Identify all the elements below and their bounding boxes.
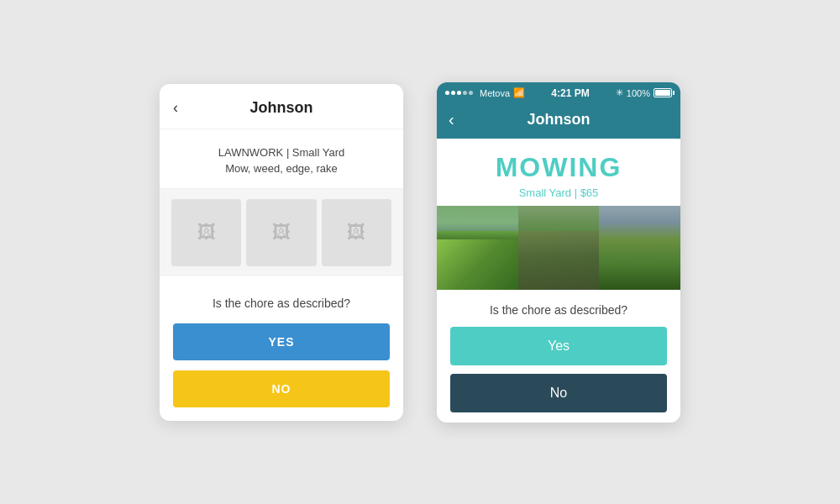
signal-dot-3: [457, 91, 461, 95]
left-photos-row: 🖼 🖼 🖼: [160, 189, 403, 276]
service-description: Mow, weed, edge, rake: [173, 162, 390, 175]
left-back-button[interactable]: ‹: [173, 99, 178, 117]
right-question-text: Is the chore as described?: [490, 303, 627, 317]
signal-dot-4: [463, 91, 467, 95]
left-phone-title: Johnson: [250, 99, 313, 117]
status-bar-left: Metova 📶: [445, 87, 525, 98]
photo-placeholder-2: 🖼: [246, 199, 316, 266]
lawn-photo-1: [437, 206, 518, 290]
lawn-photo-2: [518, 206, 600, 290]
photo-placeholder-3: 🖼: [322, 199, 391, 266]
right-yes-button[interactable]: Yes: [450, 327, 667, 365]
service-name: LAWNWORK | Small Yard: [173, 146, 390, 159]
right-back-button[interactable]: ‹: [449, 110, 454, 129]
battery-bar: [654, 88, 672, 97]
image-icon-1: 🖼: [197, 222, 216, 244]
status-bar-right: ✳ 100%: [616, 87, 672, 98]
carrier-name: Metova: [480, 88, 510, 98]
lawn-photo-3: [599, 206, 680, 290]
right-phone-header: ‹ Johnson: [437, 102, 680, 139]
mowing-subtitle: Small Yard | $65: [450, 186, 667, 199]
left-no-button[interactable]: NO: [173, 370, 390, 407]
left-yes-button[interactable]: YES: [173, 323, 390, 360]
signal-dots: [445, 91, 473, 95]
right-question-section: Is the chore as described? Yes No: [437, 290, 680, 423]
bluetooth-icon: ✳: [616, 87, 623, 98]
right-phone: Metova 📶 4:21 PM ✳ 100% ‹ Johnson MOWING…: [437, 82, 680, 423]
image-icon-3: 🖼: [347, 222, 365, 244]
right-no-button[interactable]: No: [450, 374, 667, 412]
left-question-text: Is the chore as described?: [213, 297, 350, 310]
left-question-section: Is the chore as described? YES NO: [160, 276, 403, 421]
signal-dot-5: [469, 91, 473, 95]
left-phone: ‹ Johnson LAWNWORK | Small Yard Mow, wee…: [160, 84, 403, 421]
signal-dot-1: [445, 91, 449, 95]
status-bar: Metova 📶 4:21 PM ✳ 100%: [437, 82, 680, 102]
signal-dot-2: [451, 91, 455, 95]
battery-fill: [655, 90, 670, 96]
battery-percent: 100%: [627, 88, 650, 98]
left-phone-header: ‹ Johnson: [160, 84, 403, 129]
wifi-icon: 📶: [513, 87, 525, 98]
left-service-info: LAWNWORK | Small Yard Mow, weed, edge, r…: [160, 129, 403, 189]
status-bar-time: 4:21 PM: [551, 87, 589, 99]
photo-placeholder-1: 🖼: [171, 199, 241, 266]
mowing-title: MOWING: [450, 152, 667, 183]
right-photos-row: [437, 206, 680, 290]
mowing-section: MOWING Small Yard | $65: [437, 139, 680, 206]
app-container: ‹ Johnson LAWNWORK | Small Yard Mow, wee…: [160, 82, 680, 423]
right-phone-title: Johnson: [528, 111, 591, 129]
image-icon-2: 🖼: [272, 222, 291, 244]
